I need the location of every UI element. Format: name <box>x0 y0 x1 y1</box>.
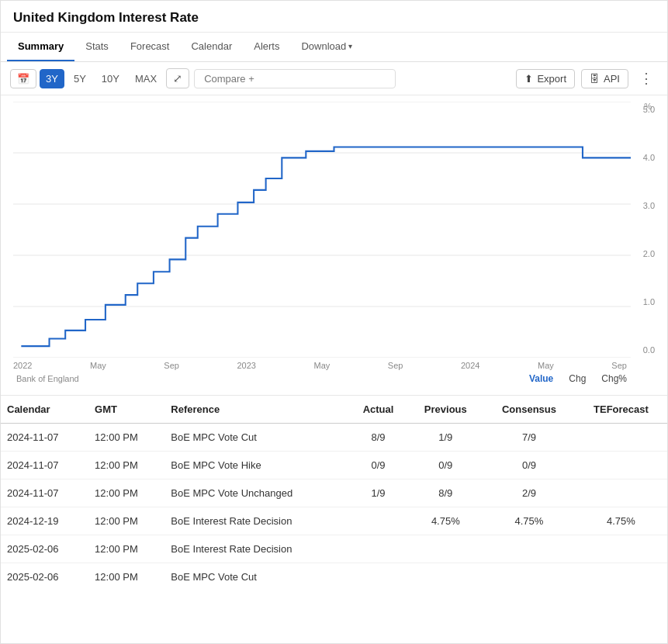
col-header-teforecast: TEForecast <box>575 396 667 424</box>
chart-source-row: Bank of England Value Chg Chg% <box>13 370 627 386</box>
table-row[interactable]: 2024-11-07 12:00 PM BoE MPC Vote Hike 0/… <box>1 452 667 480</box>
table-section: Calendar GMT Reference Actual Previous C… <box>1 396 667 590</box>
cell-calendar-4: 2025-02-06 <box>1 535 88 563</box>
calendar-icon: 📅 <box>17 73 29 85</box>
calendar-button[interactable]: 📅 <box>10 69 36 88</box>
chart-area: % 0.0 1.0 2.0 3.0 4.0 5.0 <box>1 95 667 386</box>
tab-summary[interactable]: Summary <box>7 33 74 61</box>
table-body: 2024-11-07 12:00 PM BoE MPC Vote Cut 8/9… <box>1 424 667 591</box>
x-label-may23: May <box>314 361 331 370</box>
x-label-sep22: Sep <box>164 361 179 370</box>
cell-teforecast-1 <box>575 452 667 480</box>
cell-reference-0: BoE MPC Vote Cut <box>164 424 348 452</box>
range-3y-button[interactable]: 3Y <box>40 69 64 88</box>
x-label-2023: 2023 <box>237 361 255 370</box>
cell-consensus-3: 4.75% <box>483 507 575 535</box>
cell-gmt-1: 12:00 PM <box>88 452 164 480</box>
cell-reference-5: BoE MPC Vote Cut <box>164 563 348 591</box>
calendar-table: Calendar GMT Reference Actual Previous C… <box>1 396 667 590</box>
legend-chgpct-label: Chg% <box>601 373 627 384</box>
cell-calendar-0: 2024-11-07 <box>1 424 88 452</box>
cell-actual-3 <box>348 507 407 535</box>
col-header-actual: Actual <box>348 396 407 424</box>
cell-calendar-3: 2024-12-19 <box>1 507 88 535</box>
cell-actual-5 <box>348 563 407 591</box>
chart-wrapper: 0.0 1.0 2.0 3.0 4.0 5.0 <box>13 102 655 358</box>
toolbar-right: ⬆ Export 🗄 API ⋮ <box>516 68 658 88</box>
cell-actual-0: 8/9 <box>348 424 407 452</box>
cell-gmt-4: 12:00 PM <box>88 535 164 563</box>
y-label-1: 1.0 <box>627 297 655 306</box>
api-button[interactable]: 🗄 API <box>581 69 628 88</box>
cell-previous-2: 8/9 <box>408 480 483 507</box>
chart-legend: Value Chg Chg% <box>529 373 627 384</box>
cell-reference-2: BoE MPC Vote Unchanged <box>164 480 348 507</box>
line-chart <box>13 102 655 358</box>
cell-consensus-0: 7/9 <box>483 424 575 452</box>
cell-teforecast-5 <box>575 563 667 591</box>
tabs-bar: Summary Stats Forecast Calendar Alerts D… <box>1 33 667 62</box>
chart-type-icon: ⤢ <box>173 72 182 85</box>
api-icon: 🗄 <box>590 73 600 85</box>
table-row[interactable]: 2025-02-06 12:00 PM BoE MPC Vote Cut <box>1 563 667 591</box>
table-row[interactable]: 2024-11-07 12:00 PM BoE MPC Vote Cut 8/9… <box>1 424 667 452</box>
cell-previous-0: 1/9 <box>408 424 483 452</box>
range-max-button[interactable]: MAX <box>129 69 163 88</box>
page-title: United Kingdom Interest Rate <box>1 1 667 33</box>
cell-previous-4 <box>408 535 483 563</box>
cell-previous-3: 4.75% <box>408 507 483 535</box>
cell-calendar-5: 2025-02-06 <box>1 563 88 591</box>
table-header-row: Calendar GMT Reference Actual Previous C… <box>1 396 667 424</box>
legend-chg-label: Chg <box>569 373 586 384</box>
col-header-gmt: GMT <box>88 396 164 424</box>
cell-gmt-2: 12:00 PM <box>88 480 164 507</box>
tab-forecast[interactable]: Forecast <box>119 33 181 61</box>
cell-previous-5 <box>408 563 483 591</box>
range-5y-button[interactable]: 5Y <box>67 69 92 88</box>
tab-alerts[interactable]: Alerts <box>243 33 290 61</box>
y-label-5: 5.0 <box>627 105 655 114</box>
table-row[interactable]: 2025-02-06 12:00 PM BoE Interest Rate De… <box>1 535 667 563</box>
y-label-2: 2.0 <box>627 249 655 258</box>
legend-value-label: Value <box>529 373 553 384</box>
x-label-2022: 2022 <box>13 361 32 370</box>
toolbar-left: 📅 3Y 5Y 10Y MAX ⤢ <box>10 68 189 88</box>
chart-type-button[interactable]: ⤢ <box>166 68 189 88</box>
api-label: API <box>604 73 620 85</box>
export-button[interactable]: ⬆ Export <box>516 69 575 88</box>
cell-reference-4: BoE Interest Rate Decision <box>164 535 348 563</box>
x-label-sep24: Sep <box>611 361 627 370</box>
table-row[interactable]: 2024-12-19 12:00 PM BoE Interest Rate De… <box>1 507 667 535</box>
col-header-reference: Reference <box>164 396 348 424</box>
cell-actual-4 <box>348 535 407 563</box>
tab-calendar[interactable]: Calendar <box>180 33 243 61</box>
cell-teforecast-2 <box>575 480 667 507</box>
cell-gmt-0: 12:00 PM <box>88 424 164 452</box>
cell-actual-2: 1/9 <box>348 480 407 507</box>
cell-calendar-2: 2024-11-07 <box>1 480 88 507</box>
cell-consensus-5 <box>483 563 575 591</box>
cell-gmt-5: 12:00 PM <box>88 563 164 591</box>
compare-input[interactable] <box>194 69 396 88</box>
table-row[interactable]: 2024-11-07 12:00 PM BoE MPC Vote Unchang… <box>1 480 667 507</box>
cell-actual-1: 0/9 <box>348 452 407 480</box>
cell-reference-3: BoE Interest Rate Decision <box>164 507 348 535</box>
cell-gmt-3: 12:00 PM <box>88 507 164 535</box>
cell-consensus-1: 0/9 <box>483 452 575 480</box>
chevron-down-icon: ▾ <box>348 42 352 50</box>
tab-download[interactable]: Download ▾ <box>290 33 363 61</box>
range-10y-button[interactable]: 10Y <box>95 69 126 88</box>
x-label-may22: May <box>90 361 106 370</box>
cell-consensus-2: 2/9 <box>483 480 575 507</box>
y-label-3: 3.0 <box>627 201 655 210</box>
tab-stats[interactable]: Stats <box>74 33 119 61</box>
cell-teforecast-4 <box>575 535 667 563</box>
col-header-calendar: Calendar <box>1 396 88 424</box>
x-axis: 2022 May Sep 2023 May Sep 2024 May Sep <box>13 358 627 370</box>
chart-toolbar: 📅 3Y 5Y 10Y MAX ⤢ ⬆ Export 🗄 API ⋮ <box>1 62 667 95</box>
cell-reference-1: BoE MPC Vote Hike <box>164 452 348 480</box>
x-label-sep23: Sep <box>388 361 403 370</box>
more-options-button[interactable]: ⋮ <box>635 68 658 88</box>
x-label-2024: 2024 <box>461 361 479 370</box>
y-label-4: 4.0 <box>627 153 655 162</box>
